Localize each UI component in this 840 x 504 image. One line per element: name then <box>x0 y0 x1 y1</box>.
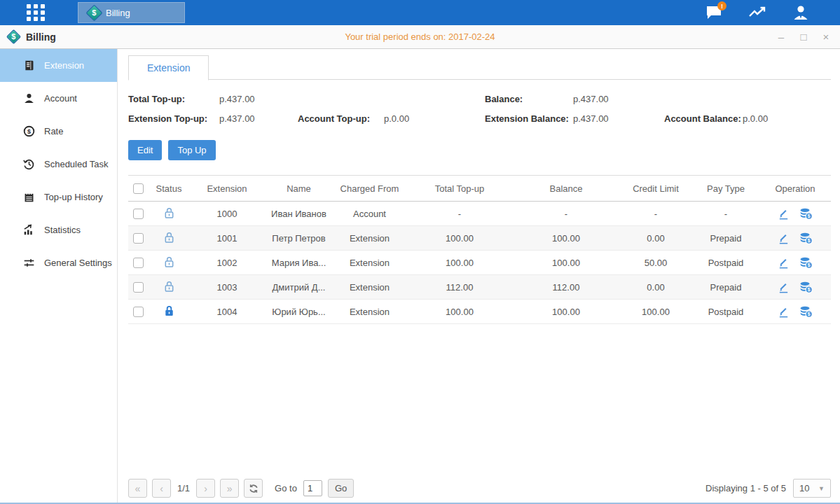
close-icon[interactable]: × <box>820 31 832 42</box>
topup-history-notepad-icon <box>23 191 35 203</box>
unlocked-icon[interactable] <box>163 231 175 244</box>
column-name: Name <box>265 176 333 202</box>
top-up-button[interactable]: Top Up <box>168 140 215 160</box>
extension-cell: 1003 <box>189 275 265 300</box>
sidebar-item-statistics[interactable]: Statistics <box>0 214 117 246</box>
extension-book-icon <box>23 59 35 71</box>
extension-balance-value: p.437.00 <box>573 113 664 124</box>
topup-row-icon[interactable]: $ <box>799 305 813 318</box>
name-cell: Иван Иванов <box>265 202 333 226</box>
locked-icon[interactable] <box>163 304 175 317</box>
sidebar-item-extension[interactable]: Extension <box>0 49 117 82</box>
desktop-topbar: $ Billing ! <box>0 0 840 25</box>
account-topup-label: Account Top-up: <box>298 113 384 124</box>
goto-page-input[interactable] <box>303 480 322 496</box>
svg-text:$: $ <box>27 128 31 135</box>
total-topup-cell: 100.00 <box>406 251 513 275</box>
credit-limit-cell: 100.00 <box>619 300 692 324</box>
rate-dollar-icon: $ <box>23 125 35 137</box>
balance-cell: - <box>513 202 619 226</box>
sidebar: Extension Account $ Rate Scheduled Task … <box>0 49 118 503</box>
select-all-checkbox[interactable] <box>133 183 144 194</box>
row-checkbox[interactable] <box>133 307 144 317</box>
name-cell: Юрий Юрь... <box>265 300 333 324</box>
sidebar-item-general-settings[interactable]: General Settings <box>0 246 117 279</box>
last-page-button[interactable]: » <box>220 479 239 498</box>
table-row: 1002Мария Ива...Extension100.00100.0050.… <box>128 251 831 275</box>
row-checkbox[interactable] <box>133 209 144 219</box>
page-size-select[interactable]: 10 ▼ <box>793 479 831 498</box>
unlocked-icon[interactable] <box>163 255 175 268</box>
name-cell: Петр Петров <box>265 226 333 251</box>
go-button[interactable]: Go <box>328 479 354 498</box>
sidebar-item-topup-history[interactable]: Top-up History <box>0 181 117 214</box>
edit-row-icon[interactable] <box>778 281 790 293</box>
sidebar-item-account[interactable]: Account <box>0 82 117 115</box>
tab-extension[interactable]: Extension <box>128 55 209 80</box>
messages-icon[interactable]: ! <box>704 4 724 21</box>
credit-limit-cell: 50.00 <box>619 251 692 275</box>
unlocked-icon[interactable] <box>163 280 175 293</box>
next-page-button[interactable]: › <box>196 479 215 498</box>
edit-row-icon[interactable] <box>778 306 790 318</box>
app-launcher-grid-icon[interactable] <box>25 4 48 22</box>
general-settings-sliders-icon <box>23 257 35 269</box>
extension-cell: 1002 <box>189 251 265 275</box>
row-checkbox[interactable] <box>133 282 144 293</box>
pay-type-cell: Prepaid <box>692 226 759 251</box>
page-indicator: 1/1 <box>177 483 190 493</box>
minimize-icon[interactable]: – <box>776 31 787 42</box>
total-topup-value: p.437.00 <box>219 94 298 104</box>
unlocked-icon[interactable] <box>163 206 175 219</box>
charged-from-cell: Extension <box>333 275 406 300</box>
charged-from-cell: Extension <box>333 226 406 251</box>
pay-type-cell: Prepaid <box>692 275 759 300</box>
scheduled-task-clock-icon <box>23 158 35 170</box>
extension-topup-label: Extension Top-up: <box>128 113 219 124</box>
billing-app-window: $ Billing ! $ Billing <box>0 0 840 504</box>
tab-strip: Extension <box>128 55 831 80</box>
column-operation: Operation <box>759 176 831 202</box>
billing-app-icon: $ <box>85 4 102 21</box>
statistics-chart-icon[interactable] <box>748 4 767 21</box>
refresh-button[interactable] <box>244 479 263 498</box>
total-topup-cell: - <box>406 202 513 226</box>
balance-cell: 100.00 <box>513 251 619 275</box>
extension-cell: 1000 <box>189 202 265 226</box>
sidebar-item-rate[interactable]: $ Rate <box>0 115 117 148</box>
user-account-icon[interactable] <box>791 4 811 21</box>
prev-page-button[interactable]: ‹ <box>152 479 171 498</box>
row-checkbox[interactable] <box>133 233 144 244</box>
column-pay-type: Pay Type <box>692 176 759 202</box>
first-page-button[interactable]: « <box>128 479 147 498</box>
edit-row-icon[interactable] <box>778 257 790 269</box>
total-topup-cell: 112.00 <box>406 275 513 300</box>
topup-row-icon[interactable]: $ <box>799 256 813 269</box>
maximize-icon[interactable]: □ <box>798 31 809 42</box>
balance-value: p.437.00 <box>573 94 664 104</box>
topup-row-icon[interactable]: $ <box>799 232 813 244</box>
edit-button[interactable]: Edit <box>128 140 162 160</box>
topup-row-icon[interactable]: $ <box>799 207 813 220</box>
window-titlebar: $ Billing Your trial period ends on: 201… <box>0 25 840 49</box>
extension-table: Status Extension Name Charged From Total… <box>128 175 831 324</box>
sidebar-item-scheduled-task[interactable]: Scheduled Task <box>0 148 117 181</box>
edit-row-icon[interactable] <box>778 232 790 244</box>
edit-row-icon[interactable] <box>778 208 790 220</box>
table-row: 1003Дмитрий Д...Extension112.00112.000.0… <box>128 275 831 300</box>
account-balance-label: Account Balance: <box>664 113 743 124</box>
pay-type-cell: - <box>692 202 759 226</box>
pagination-bar: « ‹ 1/1 › » Go to Go Displaying 1 - 5 of… <box>128 479 831 498</box>
name-cell: Мария Ива... <box>265 251 333 275</box>
row-checkbox[interactable] <box>133 258 144 268</box>
column-balance: Balance <box>513 176 619 202</box>
taskbar-item-label: Billing <box>106 8 130 18</box>
taskbar-item-billing[interactable]: $ Billing <box>78 2 185 23</box>
column-charged-from: Charged From <box>333 176 406 202</box>
column-credit-limit: Credit Limit <box>619 176 692 202</box>
total-topup-cell: 100.00 <box>406 226 513 251</box>
column-extension: Extension <box>189 176 265 202</box>
balance-cell: 100.00 <box>513 226 619 251</box>
topup-row-icon[interactable]: $ <box>799 281 813 293</box>
table-header-row: Status Extension Name Charged From Total… <box>128 176 831 202</box>
